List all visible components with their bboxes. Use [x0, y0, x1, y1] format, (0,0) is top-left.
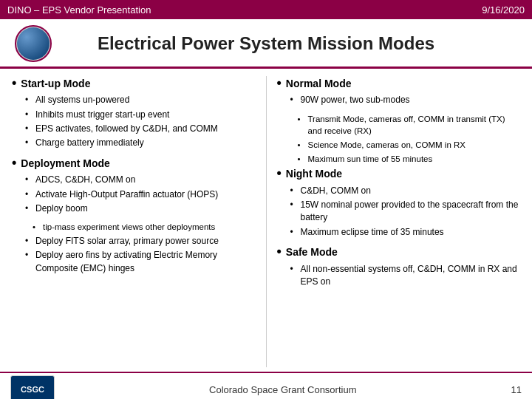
- list-item: 15W nominal power provided to the spacec…: [290, 199, 521, 225]
- slide-title: Electrical Power System Mission Modes: [15, 33, 517, 54]
- normal-heading: • Normal Mode: [277, 76, 521, 91]
- column-divider: [266, 76, 267, 367]
- list-item: Deploy boom: [25, 202, 256, 215]
- presentation-date: 9/16/2020: [482, 4, 525, 16]
- list-item: Maximum sun time of 55 minutes: [298, 153, 521, 166]
- footer-logo-text: CSGC: [21, 385, 44, 394]
- footer-page-number: 11: [511, 384, 522, 395]
- list-item: Inhibits must trigger start-up event: [25, 109, 256, 121]
- footer-center-text: Colorado Space Grant Consortium: [209, 384, 356, 395]
- list-item: All systems un-powered: [25, 94, 256, 106]
- deployment-bullets2: Deploy FITS solar array, primary power s…: [25, 235, 256, 275]
- footer-logo: CSGC: [10, 375, 55, 399]
- list-item: Maximum eclipse time of 35 minutes: [290, 226, 521, 239]
- list-item: tip-mass experiment views other deployme…: [33, 221, 256, 233]
- list-item: EPS activates, followed by C&DH, and COM…: [25, 123, 256, 135]
- list-item: Deploy aero fins by activating Electric …: [25, 249, 256, 275]
- list-item: Transmit Mode, cameras off, COMM in tran…: [298, 113, 521, 137]
- list-item: Deploy FITS solar array, primary power s…: [25, 235, 256, 248]
- night-bullets: C&DH, COMM on 15W nominal power provided…: [290, 185, 521, 239]
- deployment-heading: • Deployment Mode: [12, 156, 256, 171]
- list-item: ADCS, C&DH, COMM on: [25, 174, 256, 186]
- deploy-boom-sub: tip-mass experiment views other deployme…: [33, 221, 256, 233]
- startup-heading: • Start-up Mode: [12, 76, 256, 91]
- slide-content: • Start-up Mode All systems un-powered I…: [0, 69, 532, 372]
- safe-bullets: All non-essential systems off, C&DH, COM…: [290, 263, 521, 289]
- startup-bullets: All systems un-powered Inhibits must tri…: [25, 94, 256, 150]
- normal-bullets: 90W power, two sub-modes: [290, 94, 521, 106]
- bullet-dot-3: •: [277, 76, 282, 89]
- top-bar: DINO – EPS Vendor Presentation 9/16/2020: [0, 0, 532, 19]
- left-column: • Start-up Mode All systems un-powered I…: [12, 76, 256, 367]
- list-item: Charge battery immediately: [25, 137, 256, 149]
- list-item: All non-essential systems off, C&DH, COM…: [290, 263, 521, 289]
- bullet-dot-5: •: [277, 245, 282, 258]
- list-item: Activate High-Output Paraffin actuator (…: [25, 188, 256, 201]
- bullet-dot-1: •: [12, 76, 16, 89]
- safe-heading: • Safe Mode: [277, 245, 521, 259]
- list-item: 90W power, two sub-modes: [290, 94, 521, 106]
- slide-footer: CSGC Colorado Space Grant Consortium 11: [0, 372, 532, 399]
- bullet-dot-4: •: [277, 166, 282, 180]
- slide-header: Electrical Power System Mission Modes: [0, 19, 532, 69]
- right-column: • Normal Mode 90W power, two sub-modes T…: [277, 76, 521, 367]
- presentation-title: DINO – EPS Vendor Presentation: [7, 4, 151, 16]
- night-heading: • Night Mode: [277, 166, 521, 181]
- deployment-bullets: ADCS, C&DH, COMM on Activate High-Output…: [25, 174, 256, 215]
- list-item: Science Mode, cameras on, COMM in RX: [298, 139, 521, 151]
- normal-sub-sub: Transmit Mode, cameras off, COMM in tran…: [298, 113, 521, 166]
- list-item: C&DH, COMM on: [290, 185, 521, 197]
- bullet-dot-2: •: [12, 156, 16, 169]
